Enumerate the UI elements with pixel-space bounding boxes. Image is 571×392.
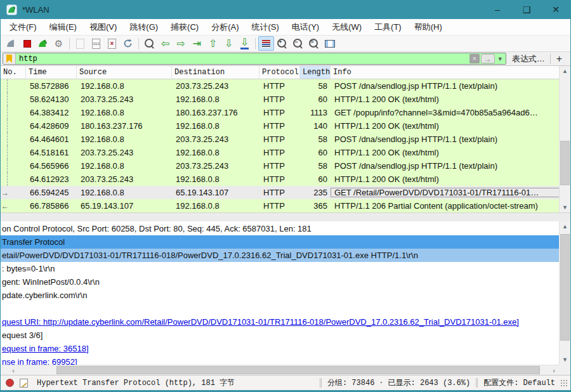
go-forward-icon[interactable]: ⇨ (173, 36, 189, 51)
conversation-dash (7, 173, 8, 186)
packet-list-header: No. Time Source Destination Protocol Len… (1, 66, 560, 79)
detail-line-range[interactable]: : bytes=0-1\r\n (1, 262, 559, 275)
detail-vertical-scrollbar[interactable]: ▲ ▼ (559, 221, 570, 365)
scrollbar-thumb[interactable] (560, 141, 570, 185)
scrollbar-thumb[interactable] (560, 234, 570, 341)
zoom-100-icon[interactable]: = (306, 36, 322, 51)
menu-tools[interactable]: 工具(T) (368, 19, 408, 35)
detail-line-host[interactable]: pdate.cyberlink.com\r\n (1, 289, 559, 302)
go-back-icon[interactable]: ⇦ (157, 36, 173, 51)
detail-link-prev-request-frame[interactable]: equest in frame: 36518] (1, 342, 559, 355)
reload-file-icon[interactable] (120, 36, 136, 51)
detail-line-http-selected[interactable]: Transfer Protocol (1, 235, 559, 249)
menu-go[interactable]: 跳转(G) (123, 19, 164, 35)
go-down-icon[interactable]: ⇩ (221, 36, 237, 51)
column-header-destination[interactable]: Destination (172, 66, 259, 79)
menu-edit[interactable]: 编辑(E) (43, 19, 83, 35)
scroll-up-icon[interactable]: ▲ (560, 221, 570, 232)
scroll-right-icon[interactable]: › (549, 365, 559, 375)
packet-list-scrollbar[interactable]: ▲ ▼ (559, 66, 570, 212)
status-bar: Hypertext Transfer Protocol (http), 181 … (1, 375, 570, 392)
capture-comment-icon[interactable] (20, 379, 28, 388)
display-filter-box: × → ▼ (3, 53, 506, 65)
scroll-down-icon[interactable]: ▼ (560, 202, 570, 212)
detail-line-blank (1, 302, 559, 315)
conversation-dash (7, 159, 8, 173)
menu-statistics[interactable]: 统计(S) (245, 19, 285, 35)
packet-row[interactable]: 64.383412 192.168.0.8 180.163.237.176 HT… (1, 106, 560, 119)
packet-row[interactable]: ← 66.785866 65.19.143.107 192.168.0.8 HT… (1, 199, 560, 212)
packet-row[interactable]: 64.518161 203.73.25.243 192.168.0.8 HTTP… (1, 146, 560, 159)
column-header-info[interactable]: Info (331, 66, 560, 79)
window-controls: – ❑ ✕ (483, 0, 570, 19)
filter-bookmark-button[interactable] (3, 53, 16, 64)
toolbar-separator (69, 38, 70, 49)
save-file-icon[interactable]: 010 (88, 36, 104, 51)
minimize-button[interactable]: – (483, 0, 512, 19)
scroll-left-icon[interactable]: ‹ (8, 365, 18, 375)
colorize-icon[interactable] (258, 36, 274, 51)
status-right: 分组: 73846 · 已显示: 2643 (3.6%) 配置文件: Defau… (314, 377, 568, 388)
menu-wireless[interactable]: 无线(W) (325, 19, 368, 35)
conversation-dash (7, 106, 8, 119)
detail-line-tcp[interactable]: on Control Protocol, Src Port: 60258, Ds… (1, 222, 559, 235)
packet-row[interactable]: 64.612923 203.73.25.243 192.168.0.8 HTTP… (1, 173, 560, 186)
pane-splitter[interactable] (1, 212, 570, 221)
menu-view[interactable]: 视图(V) (83, 19, 123, 35)
expression-link[interactable]: 表达式… (512, 53, 545, 65)
capture-options-icon[interactable]: ⚙ (51, 36, 67, 51)
apply-filter-button[interactable]: → (481, 54, 495, 63)
menu-help[interactable]: 帮助(H) (408, 19, 449, 35)
resize-grip[interactable] (560, 379, 568, 387)
conversation-dash (7, 119, 8, 133)
packet-row[interactable]: 64.565966 192.168.0.8 203.73.25.243 HTTP… (1, 159, 560, 173)
detail-link-full-uri[interactable]: quest URI: http://update.cyberlink.com/R… (1, 315, 559, 329)
maximize-button[interactable]: ❑ (512, 0, 541, 19)
auto-scroll-icon[interactable]: ⇩ (237, 36, 253, 51)
display-filter-input[interactable] (16, 53, 469, 64)
go-up-icon[interactable]: ⇧ (205, 36, 221, 51)
menu-analyze[interactable]: 分析(A) (205, 19, 245, 35)
detail-line-request-number[interactable]: equest 3/6] (1, 329, 559, 342)
find-packet-icon[interactable] (141, 36, 157, 51)
zoom-in-icon[interactable]: + (274, 36, 290, 51)
packet-row[interactable]: 58.572886 192.168.0.8 203.73.25.243 HTTP… (1, 79, 560, 93)
scrollbar-thumb[interactable] (56, 366, 540, 374)
scroll-down-icon[interactable]: ▼ (560, 355, 570, 365)
column-header-protocol[interactable]: Protocol (259, 66, 300, 79)
menu-file[interactable]: 文件(F) (3, 19, 43, 35)
go-to-packet-icon[interactable]: ⇥ (189, 36, 205, 51)
request-arrow-icon: → (1, 188, 9, 197)
toolbar-separator (255, 38, 256, 49)
profile-label[interactable]: 配置文件: Default (483, 377, 555, 388)
expert-info-icon[interactable] (6, 379, 14, 387)
column-header-length[interactable]: Length (300, 66, 331, 79)
packet-row[interactable]: 64.464601 192.168.0.8 203.73.25.243 HTTP… (1, 133, 560, 146)
restart-capture-icon[interactable] (35, 36, 51, 51)
column-header-time[interactable]: Time (26, 66, 77, 79)
status-separator (476, 378, 478, 388)
detail-line-get-request[interactable]: etail/PowerDVD/DVD171031-01/TR171116-018… (1, 249, 559, 262)
clear-filter-button[interactable]: × (469, 54, 480, 63)
close-file-icon[interactable]: × (104, 36, 120, 51)
column-header-no[interactable]: No. (1, 66, 26, 79)
menu-capture[interactable]: 捕获(C) (164, 19, 205, 35)
packet-row[interactable]: 58.624130 203.73.25.243 192.168.0.8 HTTP… (1, 93, 560, 106)
zoom-out-icon[interactable]: − (290, 36, 306, 51)
detail-line-user-agent[interactable]: gent: WinInetPost/0.0.4\r\n (1, 275, 559, 289)
add-filter-button[interactable]: + (551, 54, 567, 64)
packet-row-selected[interactable]: → 66.594245 192.168.0.8 65.19.143.107 HT… (1, 186, 560, 199)
close-button[interactable]: ✕ (541, 0, 570, 19)
filter-dropdown-button[interactable]: ▼ (496, 54, 504, 63)
open-file-icon[interactable] (72, 36, 88, 51)
stop-capture-icon[interactable] (19, 36, 35, 51)
detail-horizontal-scrollbar[interactable]: ‹ › (1, 365, 559, 375)
scrollbar-corner (559, 365, 570, 375)
column-header-source[interactable]: Source (77, 66, 172, 79)
start-capture-icon[interactable] (3, 36, 19, 51)
stop-square (23, 40, 31, 48)
resize-columns-icon[interactable] (322, 36, 338, 51)
packet-row[interactable]: 64.428609 180.163.237.176 192.168.0.8 HT… (1, 119, 560, 133)
menu-telephony[interactable]: 电话(Y) (286, 19, 325, 35)
scroll-up-icon[interactable]: ▲ (560, 66, 570, 76)
